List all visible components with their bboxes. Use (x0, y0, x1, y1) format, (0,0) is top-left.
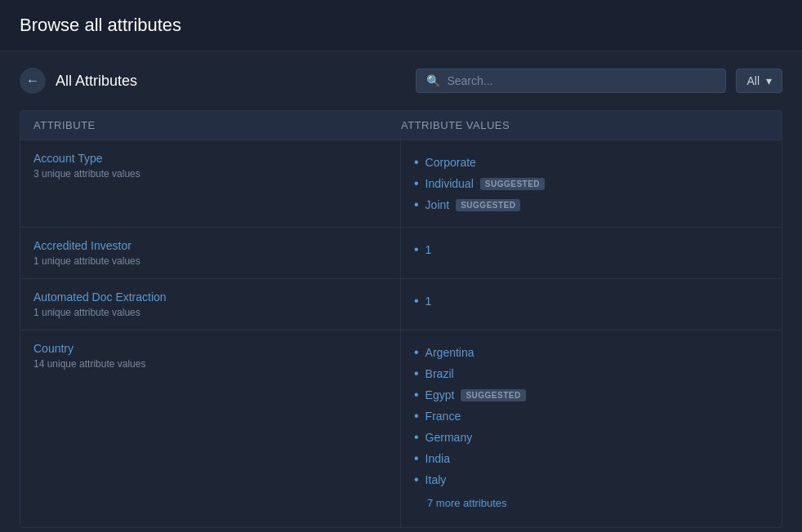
list-item: France (414, 406, 769, 427)
values-cell: 1 (401, 279, 782, 330)
list-item: Italy (414, 469, 769, 490)
table-row: Accredited Investor1 unique attribute va… (20, 228, 782, 279)
attribute-count: 1 unique attribute values (33, 255, 387, 267)
value-list: ArgentinaBrazilEgyptSUGGESTEDFranceGerma… (414, 342, 769, 490)
table-row: Automated Doc Extraction1 unique attribu… (20, 279, 782, 330)
list-item: India (414, 448, 769, 469)
table-row: Country14 unique attribute valuesArgenti… (20, 330, 782, 527)
col-header-values: Attribute Values (401, 119, 769, 131)
panel-title: All Attributes (56, 73, 406, 90)
list-item: 1 (414, 290, 769, 312)
list-item: Argentina (414, 342, 769, 363)
value-link[interactable]: Italy (426, 473, 447, 486)
attribute-cell: Account Type3 unique attribute values (20, 140, 401, 227)
value-link[interactable]: France (426, 410, 461, 423)
attribute-count: 1 unique attribute values (33, 307, 387, 318)
more-attributes-link[interactable]: 7 more attributes (414, 490, 769, 516)
suggested-badge: SUGGESTED (480, 178, 545, 190)
list-item: EgyptSUGGESTED (414, 384, 769, 406)
suggested-badge: SUGGESTED (461, 389, 525, 401)
suggested-badge: SUGGESTED (456, 199, 520, 211)
value-link[interactable]: Germany (426, 431, 473, 444)
attribute-cell: Automated Doc Extraction1 unique attribu… (20, 279, 401, 330)
col-header-attribute: Attribute (33, 119, 401, 131)
list-item: 1 (414, 239, 769, 260)
value-link[interactable]: Corporate (426, 156, 476, 169)
list-item: Brazil (414, 363, 769, 384)
main-content: ← All Attributes 🔍 All ▾ Attribute Attri… (0, 51, 802, 532)
page-title: Browse all attributes (20, 15, 782, 36)
back-icon: ← (26, 73, 39, 88)
attribute-name[interactable]: Accredited Investor (33, 239, 387, 252)
values-cell: CorporateIndividualSUGGESTEDJointSUGGEST… (401, 140, 782, 227)
value-list: CorporateIndividualSUGGESTEDJointSUGGEST… (414, 152, 769, 215)
attribute-name[interactable]: Account Type (33, 152, 387, 165)
value-link[interactable]: Argentina (426, 346, 475, 359)
attribute-name[interactable]: Country (33, 342, 387, 355)
search-bar: 🔍 (416, 69, 726, 93)
table-header: Attribute Attribute Values (20, 111, 782, 140)
attribute-count: 3 unique attribute values (33, 168, 387, 180)
list-item: Germany (414, 427, 769, 448)
attribute-count: 14 unique attribute values (33, 358, 387, 370)
value-link[interactable]: Individual (426, 177, 474, 190)
back-button[interactable]: ← (20, 68, 46, 94)
filter-dropdown[interactable]: All ▾ (736, 69, 782, 93)
value-list: 1 (414, 290, 769, 312)
chevron-down-icon: ▾ (766, 74, 772, 87)
value-link[interactable]: Egypt (426, 388, 455, 401)
attribute-cell: Country14 unique attribute values (20, 330, 401, 527)
values-cell: ArgentinaBrazilEgyptSUGGESTEDFranceGerma… (401, 330, 782, 527)
attribute-cell: Accredited Investor1 unique attribute va… (20, 228, 401, 278)
list-item: Corporate (414, 152, 769, 173)
table-row: Account Type3 unique attribute valuesCor… (20, 140, 782, 228)
filter-label: All (746, 74, 760, 87)
panel-header: ← All Attributes 🔍 All ▾ (20, 68, 782, 94)
table-body: Account Type3 unique attribute valuesCor… (20, 140, 782, 527)
search-input[interactable] (447, 74, 715, 87)
value-link[interactable]: Brazil (426, 367, 454, 380)
values-cell: 1 (401, 228, 782, 278)
attribute-name[interactable]: Automated Doc Extraction (33, 290, 387, 304)
value-link[interactable]: India (426, 452, 450, 465)
value-link[interactable]: 1 (426, 295, 432, 308)
page-header: Browse all attributes (0, 0, 802, 51)
list-item: JointSUGGESTED (414, 194, 769, 215)
value-link[interactable]: Joint (426, 198, 450, 211)
value-link[interactable]: 1 (426, 243, 432, 256)
list-item: IndividualSUGGESTED (414, 173, 769, 194)
search-icon: 🔍 (426, 74, 440, 87)
value-list: 1 (414, 239, 769, 260)
table-container: Attribute Attribute Values Account Type3… (20, 110, 782, 528)
